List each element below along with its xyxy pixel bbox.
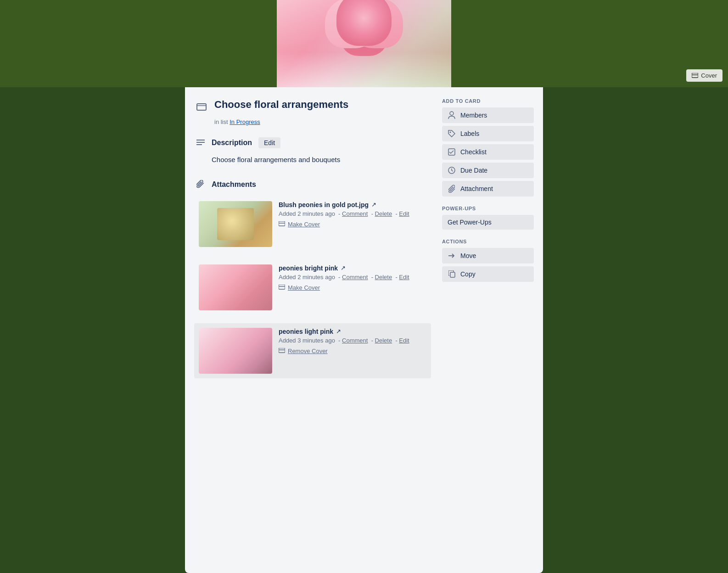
attachment-cover-btn-3[interactable]: Remove Cover <box>279 348 328 354</box>
attachment-info-2: peonies bright pink ↗ Added 2 minutes ag… <box>279 264 426 291</box>
attachment-delete-link-3[interactable]: Delete <box>375 337 392 344</box>
description-section: Description Edit Choose floral arrangeme… <box>194 136 431 165</box>
card-type-icon <box>194 100 209 115</box>
attachment-meta-1: Added 2 minutes ago - Comment - Delete -… <box>279 210 426 217</box>
labels-label: Labels <box>460 130 479 137</box>
attachment-meta-3: Added 3 minutes ago - Comment - Delete -… <box>279 337 426 344</box>
attachment-cover-btn-1[interactable]: Make Cover <box>279 221 320 228</box>
attachment-info-1: Blush peonies in gold pot.jpg ↗ Added 2 … <box>279 201 426 228</box>
move-label: Move <box>460 252 476 259</box>
svg-rect-0 <box>692 73 698 78</box>
check-icon <box>448 148 456 156</box>
clock-icon <box>448 166 456 174</box>
attachments-header: Attachments <box>194 178 431 191</box>
cover-button[interactable]: Cover <box>686 69 722 82</box>
attachments-title: Attachments <box>212 180 256 189</box>
copy-label: Copy <box>460 270 476 278</box>
description-edit-button[interactable]: Edit <box>258 137 280 148</box>
move-icon <box>448 252 456 260</box>
attachment-label: Attachment <box>460 185 493 192</box>
attachment-edit-link-3[interactable]: Edit <box>399 337 409 344</box>
modal-card: Choose floral arrangements in list In Pr… <box>185 87 543 573</box>
person-icon <box>448 111 456 119</box>
description-header: Description Edit <box>194 136 431 149</box>
modal-main: Choose floral arrangements in list In Pr… <box>194 98 431 562</box>
attachment-section-icon <box>194 178 207 191</box>
members-label: Members <box>460 112 487 119</box>
description-text: Choose floral arrangements and bouquets <box>212 155 431 165</box>
attachment-comment-link-3[interactable]: Comment <box>342 337 368 344</box>
attachment-edit-link-2[interactable]: Edit <box>399 274 409 281</box>
attachment-comment-link-2[interactable]: Comment <box>342 274 368 281</box>
description-icon <box>194 136 207 149</box>
get-power-ups-button[interactable]: Get Power-Ups <box>442 215 534 230</box>
due-date-label: Due Date <box>460 167 487 174</box>
card-title: Choose floral arrangements <box>214 98 348 112</box>
remove-cover-icon-3 <box>279 348 285 354</box>
attachment-name-2: peonies bright pink ↗ <box>279 264 426 272</box>
paperclip-icon <box>448 185 456 193</box>
cover-icon <box>692 73 698 79</box>
move-button[interactable]: Move <box>442 248 534 264</box>
attachment-delete-link-1[interactable]: Delete <box>375 210 392 217</box>
add-to-card-label: ADD TO CARD <box>442 98 534 104</box>
svg-rect-7 <box>279 221 285 226</box>
labels-button[interactable]: Labels <box>442 126 534 141</box>
card-list-link[interactable]: In Progress <box>230 118 260 125</box>
svg-rect-9 <box>279 285 285 289</box>
description-title: Description <box>212 139 252 147</box>
attachment-name-3: peonies light pink ↗ <box>279 328 426 335</box>
make-cover-icon-2 <box>279 285 285 290</box>
attachment-thumb-3 <box>199 328 272 374</box>
svg-point-14 <box>450 132 451 133</box>
copy-button[interactable]: Copy <box>442 266 534 282</box>
svg-rect-11 <box>279 348 285 353</box>
attachment-name-1: Blush peonies in gold pot.jpg ↗ <box>279 201 426 208</box>
attachment-delete-link-2[interactable]: Delete <box>375 274 392 281</box>
attachments-section: Attachments Blush peonies in gold pot.jp… <box>194 178 431 378</box>
cover-image <box>277 0 451 87</box>
modal-overlay: Cover Choose floral arrangements in list… <box>0 0 728 573</box>
card-header: Choose floral arrangements <box>194 98 431 115</box>
copy-icon <box>448 270 456 278</box>
svg-rect-18 <box>450 272 455 277</box>
attachment-thumb-1 <box>199 201 272 247</box>
attachment-thumb-2 <box>199 264 272 310</box>
checklist-button[interactable]: Checklist <box>442 144 534 160</box>
tag-icon <box>448 129 456 138</box>
attachment-item: Blush peonies in gold pot.jpg ↗ Added 2 … <box>194 197 431 252</box>
svg-rect-2 <box>197 104 206 110</box>
members-button[interactable]: Members <box>442 107 534 123</box>
modal-sidebar: ADD TO CARD Members Labels <box>442 98 534 562</box>
attachment-item: peonies bright pink ↗ Added 2 minutes ag… <box>194 260 431 315</box>
attachment-item: peonies light pink ↗ Added 3 minutes ago… <box>194 323 431 378</box>
svg-point-13 <box>450 112 454 115</box>
cover-area: Cover <box>0 0 728 87</box>
attachment-meta-2: Added 2 minutes ago - Comment - Delete -… <box>279 274 426 281</box>
power-ups-label: POWER-UPS <box>442 206 534 211</box>
actions-label: ACTIONS <box>442 239 534 244</box>
attachment-info-3: peonies light pink ↗ Added 3 minutes ago… <box>279 328 426 354</box>
due-date-button[interactable]: Due Date <box>442 163 534 178</box>
attachment-button[interactable]: Attachment <box>442 181 534 197</box>
attachment-edit-link-1[interactable]: Edit <box>399 210 409 217</box>
checklist-label: Checklist <box>460 148 487 156</box>
make-cover-icon-1 <box>279 221 285 227</box>
attachment-comment-link-1[interactable]: Comment <box>342 210 368 217</box>
attachment-cover-btn-2[interactable]: Make Cover <box>279 284 320 291</box>
cover-button-label: Cover <box>701 72 717 79</box>
card-list-info: in list In Progress <box>214 118 431 125</box>
get-power-ups-label: Get Power-Ups <box>448 219 492 226</box>
